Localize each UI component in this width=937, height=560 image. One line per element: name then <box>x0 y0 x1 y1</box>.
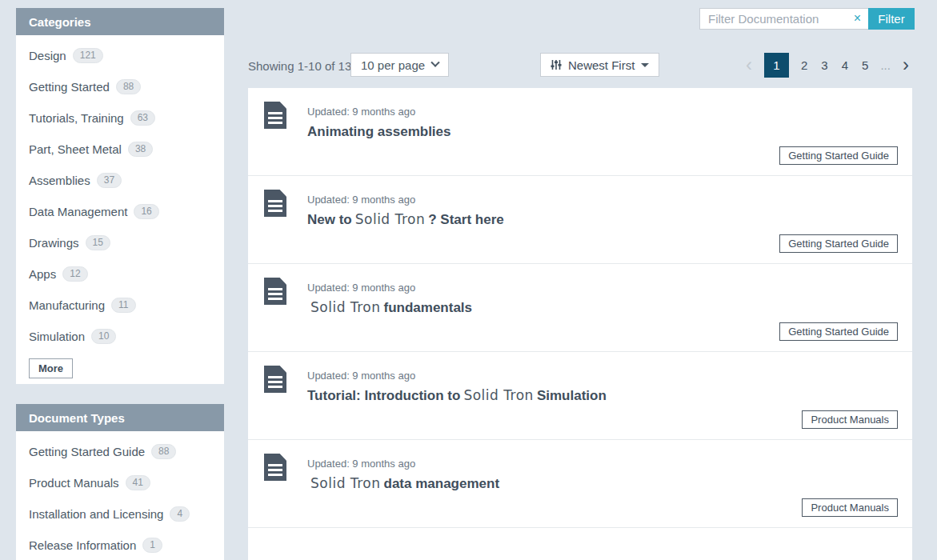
categories-header: Categories <box>16 8 224 35</box>
result-row: Updated: 9 months ago Animating assembli… <box>248 88 912 176</box>
result-title-pre: Tutorial: Introduction to <box>307 388 460 403</box>
sidebar-filter-label: Data Management <box>29 205 127 218</box>
sidebar-filter-item[interactable]: Simulation 10 <box>29 321 211 352</box>
count-badge: 38 <box>128 142 153 157</box>
result-title-link[interactable]: Solid Tronfundamentals <box>307 299 472 316</box>
result-row: Updated: 9 months ago Solid Tronfundamen… <box>248 264 912 352</box>
result-updated-text: Updated: 9 months ago <box>307 106 415 118</box>
count-badge: 63 <box>130 110 155 126</box>
count-badge: 11 <box>111 298 135 313</box>
sidebar-filter-item[interactable]: Drawings 15 <box>29 227 211 258</box>
sidebar-filter-item[interactable]: Product Manuals 41 <box>29 467 211 498</box>
result-title-brand: Solid Tron <box>310 475 381 491</box>
sidebar-filter-label: Product Manuals <box>29 476 119 490</box>
sidebar-filter-item[interactable]: Data Management 16 <box>29 196 211 227</box>
result-updated-text: Updated: 9 months ago <box>307 194 415 206</box>
sidebar-filter-item[interactable]: Getting Started 88 <box>29 71 211 102</box>
result-title-brand: Solid Tron <box>355 211 426 227</box>
count-badge: 1 <box>142 538 162 553</box>
per-page-dropdown[interactable]: 10 per page <box>350 53 449 77</box>
result-row: Updated: 9 months ago New toSolid Tron? … <box>248 176 912 264</box>
result-title-post: ? Start here <box>428 212 503 227</box>
results-count-text: Showing 1-10 of 134 <box>248 59 358 73</box>
result-title-pre: Animating assemblies <box>307 124 451 139</box>
sliders-icon <box>551 59 562 70</box>
page-number[interactable]: 3 <box>819 58 829 72</box>
clear-icon[interactable]: × <box>854 10 861 26</box>
results-list: Updated: 9 months ago Animating assembli… <box>248 88 912 560</box>
sidebar-filter-label: Release Information <box>29 538 136 552</box>
sidebar-filter-item[interactable]: Installation and Licensing 4 <box>29 498 211 530</box>
document-type-tag-button[interactable]: Getting Started Guide <box>779 234 898 253</box>
result-title-brand: Solid Tron <box>310 299 381 315</box>
count-badge: 37 <box>97 173 122 188</box>
sidebar-filter-label: Getting Started Guide <box>29 445 145 458</box>
result-title-link[interactable]: Animating assemblies <box>307 123 451 140</box>
chevron-down-icon <box>430 58 439 67</box>
count-badge: 10 <box>91 329 116 344</box>
count-badge: 15 <box>86 235 110 250</box>
next-page-icon[interactable]: › <box>901 54 911 76</box>
sidebar-filter-label: Installation and Licensing <box>29 507 163 521</box>
document-type-tag-button[interactable]: Getting Started Guide <box>779 322 898 341</box>
result-title-post: fundamentals <box>384 300 473 315</box>
count-badge: 121 <box>73 48 103 63</box>
sidebar-filter-label: Part, Sheet Metal <box>29 142 122 156</box>
result-updated-text: Updated: 9 months ago <box>307 370 415 382</box>
pagination-ellipsis: ... <box>880 58 891 72</box>
result-updated-text: Updated: 9 months ago <box>307 282 415 294</box>
result-updated-text: Updated: 9 months ago <box>307 458 415 470</box>
filter-input[interactable] <box>699 8 868 30</box>
result-title-post: Simulation <box>537 388 607 403</box>
sidebar-filter-item[interactable]: Apps 12 <box>29 258 211 290</box>
document-icon <box>264 190 286 217</box>
categories-panel: Categories Design 121 Getting Started 88… <box>16 8 224 384</box>
result-row: Updated: 9 months ago Tutorial: Introduc… <box>248 352 912 440</box>
sidebar-filter-item[interactable]: Design 121 <box>29 40 211 71</box>
sidebar-filter-label: Drawings <box>29 236 79 250</box>
document-icon <box>264 102 286 129</box>
document-type-tag-button[interactable]: Product Manuals <box>802 498 898 517</box>
prev-page-icon[interactable]: ‹ <box>744 54 754 76</box>
result-title-brand: Solid Tron <box>463 387 534 403</box>
result-title-link[interactable]: Tutorial: Introduction toSolid TronSimul… <box>307 387 607 404</box>
filter-button[interactable]: Filter <box>868 8 915 30</box>
sidebar-filter-item[interactable]: Tutorials, Training 63 <box>29 102 211 134</box>
result-row: Updated: 9 months ago Solid Trondata man… <box>248 440 912 528</box>
page-number[interactable]: 2 <box>799 58 809 72</box>
sidebar-filter-label: Apps <box>29 267 56 281</box>
sort-label: Newest First <box>568 58 635 72</box>
result-title-pre: New to <box>307 212 352 227</box>
sidebar-filter-label: Manufacturing <box>29 298 105 312</box>
sidebar-filter-label: Tutorials, Training <box>29 111 124 125</box>
count-badge: 41 <box>126 475 150 490</box>
sidebar-filter-item[interactable]: Manufacturing 11 <box>29 290 211 321</box>
sidebar-filter-item[interactable]: Release Information 1 <box>29 530 211 560</box>
pagination: ‹ 12345 ... › <box>744 52 911 78</box>
sidebar-filter-label: Design <box>29 49 66 62</box>
count-badge: 16 <box>134 204 158 219</box>
document-type-tag-button[interactable]: Product Manuals <box>802 410 898 429</box>
result-title-link[interactable]: Solid Trondata management <box>307 475 499 492</box>
sidebar-filter-label: Assemblies <box>29 174 90 187</box>
result-title-link[interactable]: New toSolid Tron? Start here <box>307 211 504 228</box>
page-number[interactable]: 5 <box>860 58 870 72</box>
page-number-active[interactable]: 1 <box>764 53 789 78</box>
document-type-tag-button[interactable]: Getting Started Guide <box>779 146 898 165</box>
more-button[interactable]: More <box>29 358 73 378</box>
document-icon <box>264 278 286 305</box>
sidebar-filter-item[interactable]: Assemblies 37 <box>29 165 211 196</box>
caret-down-icon <box>641 63 649 67</box>
count-badge: 88 <box>116 79 141 94</box>
document-icon <box>264 366 286 393</box>
sort-dropdown[interactable]: Newest First <box>540 53 659 77</box>
per-page-label: 10 per page <box>361 58 425 72</box>
sidebar-filter-item[interactable]: Getting Started Guide 88 <box>29 436 211 467</box>
document-icon <box>264 454 286 481</box>
count-badge: 4 <box>170 506 190 522</box>
sidebar-filter-item[interactable]: Part, Sheet Metal 38 <box>29 134 211 165</box>
result-title-post: data management <box>384 476 500 491</box>
count-badge: 12 <box>62 266 87 282</box>
page-number[interactable]: 4 <box>840 58 850 72</box>
document-types-list: Getting Started Guide 88 Product Manuals… <box>16 431 224 560</box>
